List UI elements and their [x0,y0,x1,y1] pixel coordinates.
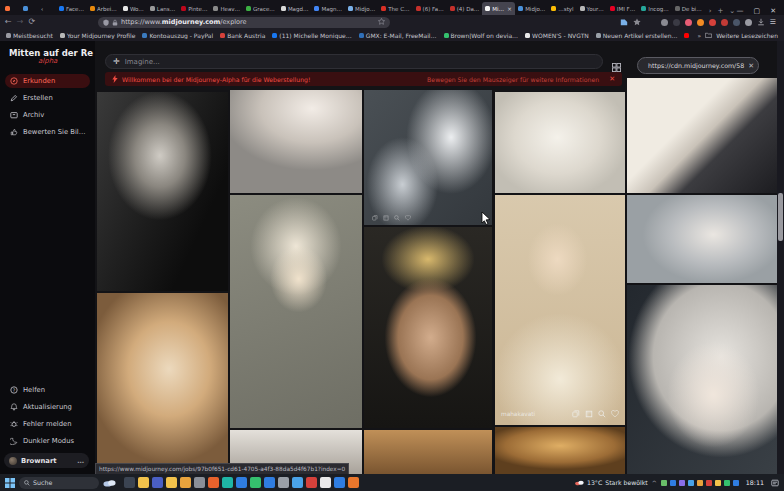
tab-overflow-icon[interactable]: › [709,7,712,15]
copy-icon[interactable] [572,410,580,418]
user-menu-icon[interactable]: … [77,457,84,465]
bookmark-item[interactable]: WOMEN'S - NVGTN [525,32,589,39]
gallery-image[interactable] [364,227,492,428]
profile-extension-icon[interactable] [673,19,680,26]
heart-icon[interactable] [405,215,411,221]
taskbar-app-folder[interactable] [138,477,149,488]
adblock-extension-icon[interactable] [709,19,716,26]
gallery-image[interactable] [627,285,784,474]
bookmark-item[interactable]: Meistbesucht [6,32,53,39]
heart-extension-icon[interactable] [685,19,692,26]
tray-icon[interactable] [697,480,703,486]
taskbar-app-excel[interactable] [250,477,261,488]
bookmark-item[interactable]: Bank Austria [220,32,265,39]
more-bookmarks[interactable]: » Weitere Lesezeichen [698,32,778,39]
maximize-button[interactable]: ▢ [754,7,761,15]
star-toolbar-icon[interactable] [633,18,641,26]
tray-icon[interactable] [715,480,721,486]
taskbar-app-vlc[interactable] [348,477,359,488]
search-input[interactable]: https://cdn.midjourney.com/58 ✕ [637,57,759,74]
taskbar-app-photos[interactable] [292,477,303,488]
tab[interactable]: …styl [548,2,576,15]
gallery-image[interactable] [97,293,228,474]
tab[interactable]: Face… [56,2,87,15]
tab[interactable]: Midjo… [345,2,378,15]
gallery-image[interactable] [495,92,625,193]
red-extension-icon[interactable] [721,19,728,26]
menu-hamburger-icon[interactable]: ☰ [770,18,776,26]
taskbar-app-mail[interactable] [334,477,345,488]
gallery-image[interactable] [627,195,784,283]
banner-close-icon[interactable]: ✕ [609,75,615,83]
tray-icon[interactable] [679,480,685,486]
orange-extension-icon[interactable] [697,19,704,26]
scrollbar[interactable] [777,41,784,474]
sidebar-item-fehler-melden[interactable]: Fehler melden [5,417,90,431]
url-bar[interactable]: https://www.midjourney.com/explore [98,17,390,28]
gallery-image[interactable]: mahakavati [495,195,625,425]
gear-extension-icon[interactable] [661,19,668,26]
tab[interactable]: Midjo… [515,2,548,15]
taskbar-app-notepad[interactable] [194,477,205,488]
bookmark-item[interactable]: Brown|Wolf on devia… [444,32,519,39]
image-author-label[interactable]: mahakavati [501,411,535,417]
forward-button[interactable]: → [17,18,24,26]
tab[interactable]: Pinte… [178,2,210,15]
bookmark-item[interactable]: (11) Michelle Monique… [272,32,351,39]
bookmark-item[interactable]: Neuen Artikel erstellen… [596,32,678,39]
tray-icon[interactable] [670,480,676,486]
sidebar-item-archiv[interactable]: Archiv [5,108,90,122]
weather-widget-icon[interactable] [103,478,116,487]
tab[interactable]: (6) Fa… [413,2,447,15]
bookmark-item[interactable]: Your Midjourney Profile [60,32,135,39]
start-button[interactable] [5,478,15,488]
sidebar-item-bewerten-sie-bil[interactable]: Bewerten Sie Bil… [5,125,90,139]
tray-icon[interactable] [724,480,730,486]
new-tab-button[interactable]: + [717,7,723,15]
notification-center-icon[interactable] [771,479,779,487]
tray-icon[interactable] [661,480,667,486]
tab[interactable] [2,2,20,15]
bookmark-item[interactable]: Kontoauszug - PayPal [142,32,213,39]
search-icon[interactable] [598,410,606,418]
copy-icon[interactable] [372,215,378,221]
taskbar-clock[interactable]: 18:11 [746,479,764,486]
tab[interactable]: Lans… [147,2,178,15]
gallery-image[interactable] [97,92,228,291]
taskbar-app-teams[interactable] [152,477,163,488]
taskbar-app-firefox[interactable] [208,477,219,488]
search-icon[interactable] [394,215,400,221]
tab[interactable]: Magn… [311,2,345,15]
tab[interactable] [20,2,38,15]
tab[interactable]: ‹ [38,2,56,15]
sidebar-item-aktualisierung[interactable]: Aktualisierung [5,400,90,414]
tray-icon[interactable] [733,480,739,486]
gallery-image[interactable] [230,90,362,193]
taskbar-app-folder-3[interactable] [180,477,191,488]
layout-options-icon[interactable] [612,57,621,76]
gallery-image[interactable] [230,195,362,428]
tray-icon[interactable] [706,480,712,486]
minimize-button[interactable]: — [737,7,744,15]
taskbar-app-media[interactable] [306,477,317,488]
taskbar-search[interactable]: Suche [19,477,99,489]
tab[interactable]: Arbei… [87,2,120,15]
taskbar-app-browser[interactable] [236,477,247,488]
tab[interactable]: Heav… [210,2,243,15]
taskbar-app-edge[interactable] [222,477,233,488]
tab[interactable]: Magd… [278,2,312,15]
frame-icon[interactable] [383,215,389,221]
download-icon[interactable] [757,18,765,26]
clear-search-icon[interactable]: ✕ [748,62,754,70]
gallery-image[interactable] [364,90,492,225]
scrollbar-thumb[interactable] [778,193,783,241]
tab[interactable]: De bi… [672,2,705,15]
tab[interactable]: Grace… [243,2,278,15]
back-button[interactable]: ← [5,18,12,26]
tab-active[interactable]: Mi…× [482,2,515,15]
tray-expand-icon[interactable]: ^ [652,480,657,486]
reload-button[interactable]: ⟳ [28,18,35,26]
gallery-image[interactable] [627,78,784,193]
bookmark-star-icon[interactable] [378,18,385,27]
imagine-input[interactable]: ✛ Imagine... [105,54,603,69]
